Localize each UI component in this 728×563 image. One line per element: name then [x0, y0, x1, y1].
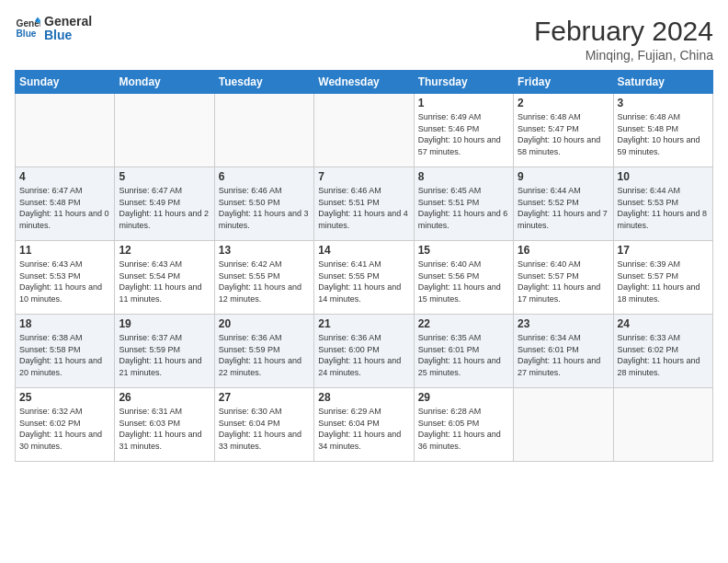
- day-number: 4: [19, 170, 110, 183]
- calendar-cell: 18Sunrise: 6:38 AM Sunset: 5:58 PM Dayli…: [16, 315, 115, 388]
- day-info: Sunrise: 6:28 AM Sunset: 6:05 PM Dayligh…: [418, 406, 509, 452]
- day-number: 10: [618, 170, 709, 183]
- calendar-cell: 16Sunrise: 6:40 AM Sunset: 5:57 PM Dayli…: [514, 241, 613, 315]
- week-row-0: 1Sunrise: 6:49 AM Sunset: 5:46 PM Daylig…: [16, 94, 713, 167]
- calendar-cell: 28Sunrise: 6:29 AM Sunset: 6:04 PM Dayli…: [314, 388, 414, 462]
- calendar-cell: 15Sunrise: 6:40 AM Sunset: 5:56 PM Dayli…: [414, 241, 513, 315]
- week-row-3: 18Sunrise: 6:38 AM Sunset: 5:58 PM Dayli…: [16, 315, 713, 388]
- calendar-cell: [16, 94, 115, 167]
- calendar-cell: [613, 388, 712, 462]
- calendar-cell: 17Sunrise: 6:39 AM Sunset: 5:57 PM Dayli…: [613, 241, 712, 315]
- day-number: 20: [219, 317, 310, 330]
- page: General Blue General Blue February 2024 …: [0, 0, 728, 563]
- day-info: Sunrise: 6:46 AM Sunset: 5:51 PM Dayligh…: [318, 185, 409, 231]
- calendar-cell: [514, 388, 613, 462]
- calendar-cell: 2Sunrise: 6:48 AM Sunset: 5:47 PM Daylig…: [514, 94, 613, 167]
- calendar-cell: 27Sunrise: 6:30 AM Sunset: 6:04 PM Dayli…: [214, 388, 313, 462]
- day-number: 23: [518, 317, 609, 330]
- day-info: Sunrise: 6:32 AM Sunset: 6:02 PM Dayligh…: [19, 406, 110, 452]
- calendar-cell: 1Sunrise: 6:49 AM Sunset: 5:46 PM Daylig…: [414, 94, 513, 167]
- calendar-cell: 29Sunrise: 6:28 AM Sunset: 6:05 PM Dayli…: [414, 388, 513, 462]
- week-row-1: 4Sunrise: 6:47 AM Sunset: 5:48 PM Daylig…: [16, 167, 713, 241]
- main-title: February 2024: [534, 15, 713, 48]
- calendar-cell: 26Sunrise: 6:31 AM Sunset: 6:03 PM Dayli…: [115, 388, 214, 462]
- calendar-cell: 13Sunrise: 6:42 AM Sunset: 5:55 PM Dayli…: [214, 241, 313, 315]
- calendar-cell: [115, 94, 214, 167]
- day-info: Sunrise: 6:39 AM Sunset: 5:57 PM Dayligh…: [618, 259, 709, 304]
- weekday-wednesday: Wednesday: [314, 71, 414, 94]
- day-number: 3: [618, 97, 709, 109]
- calendar-cell: 19Sunrise: 6:37 AM Sunset: 5:59 PM Dayli…: [115, 315, 214, 388]
- day-number: 11: [19, 244, 110, 257]
- calendar-cell: 20Sunrise: 6:36 AM Sunset: 5:59 PM Dayli…: [214, 315, 313, 388]
- logo: General Blue General Blue: [15, 15, 92, 43]
- day-number: 5: [119, 170, 210, 183]
- day-info: Sunrise: 6:43 AM Sunset: 5:53 PM Dayligh…: [19, 259, 110, 304]
- calendar-cell: 21Sunrise: 6:36 AM Sunset: 6:00 PM Dayli…: [314, 315, 414, 388]
- day-info: Sunrise: 6:35 AM Sunset: 6:01 PM Dayligh…: [418, 332, 509, 378]
- day-number: 26: [119, 391, 210, 404]
- logo-icon: General Blue: [15, 16, 40, 41]
- day-info: Sunrise: 6:44 AM Sunset: 5:52 PM Dayligh…: [518, 185, 609, 231]
- day-number: 1: [418, 97, 509, 109]
- day-info: Sunrise: 6:37 AM Sunset: 5:59 PM Dayligh…: [119, 332, 210, 378]
- day-info: Sunrise: 6:40 AM Sunset: 5:57 PM Dayligh…: [518, 259, 609, 304]
- day-number: 25: [19, 391, 110, 404]
- weekday-friday: Friday: [514, 71, 613, 94]
- calendar-cell: 24Sunrise: 6:33 AM Sunset: 6:02 PM Dayli…: [613, 315, 712, 388]
- calendar-cell: [214, 94, 313, 167]
- day-info: Sunrise: 6:34 AM Sunset: 6:01 PM Dayligh…: [518, 332, 609, 378]
- day-number: 27: [219, 391, 310, 404]
- day-number: 8: [418, 170, 509, 183]
- day-info: Sunrise: 6:42 AM Sunset: 5:55 PM Dayligh…: [219, 259, 310, 304]
- day-number: 14: [318, 244, 409, 257]
- calendar-cell: 10Sunrise: 6:44 AM Sunset: 5:53 PM Dayli…: [613, 167, 712, 241]
- calendar-cell: 8Sunrise: 6:45 AM Sunset: 5:51 PM Daylig…: [414, 167, 513, 241]
- day-number: 17: [618, 244, 709, 257]
- calendar-cell: 11Sunrise: 6:43 AM Sunset: 5:53 PM Dayli…: [16, 241, 115, 315]
- svg-text:Blue: Blue: [17, 29, 37, 39]
- day-number: 24: [618, 317, 709, 330]
- calendar-cell: 9Sunrise: 6:44 AM Sunset: 5:52 PM Daylig…: [514, 167, 613, 241]
- day-number: 29: [418, 391, 509, 404]
- day-info: Sunrise: 6:49 AM Sunset: 5:46 PM Dayligh…: [418, 111, 509, 157]
- logo-general: General: [44, 15, 92, 29]
- weekday-header-row: SundayMondayTuesdayWednesdayThursdayFrid…: [16, 71, 713, 94]
- day-info: Sunrise: 6:46 AM Sunset: 5:50 PM Dayligh…: [219, 185, 310, 231]
- week-row-4: 25Sunrise: 6:32 AM Sunset: 6:02 PM Dayli…: [16, 388, 713, 462]
- day-info: Sunrise: 6:31 AM Sunset: 6:03 PM Dayligh…: [119, 406, 210, 452]
- day-info: Sunrise: 6:44 AM Sunset: 5:53 PM Dayligh…: [618, 185, 709, 231]
- calendar-cell: 4Sunrise: 6:47 AM Sunset: 5:48 PM Daylig…: [16, 167, 115, 241]
- header: General Blue General Blue February 2024 …: [15, 15, 713, 63]
- day-number: 28: [318, 391, 409, 404]
- day-info: Sunrise: 6:38 AM Sunset: 5:58 PM Dayligh…: [19, 332, 110, 378]
- day-number: 18: [19, 317, 110, 330]
- day-number: 21: [318, 317, 409, 330]
- calendar-cell: 5Sunrise: 6:47 AM Sunset: 5:49 PM Daylig…: [115, 167, 214, 241]
- day-info: Sunrise: 6:29 AM Sunset: 6:04 PM Dayligh…: [318, 406, 409, 452]
- day-number: 15: [418, 244, 509, 257]
- day-number: 2: [518, 97, 609, 109]
- calendar-cell: 25Sunrise: 6:32 AM Sunset: 6:02 PM Dayli…: [16, 388, 115, 462]
- day-info: Sunrise: 6:36 AM Sunset: 6:00 PM Dayligh…: [318, 332, 409, 378]
- day-number: 9: [518, 170, 609, 183]
- calendar-cell: 6Sunrise: 6:46 AM Sunset: 5:50 PM Daylig…: [214, 167, 313, 241]
- calendar-cell: 22Sunrise: 6:35 AM Sunset: 6:01 PM Dayli…: [414, 315, 513, 388]
- day-info: Sunrise: 6:30 AM Sunset: 6:04 PM Dayligh…: [219, 406, 310, 452]
- weekday-thursday: Thursday: [414, 71, 513, 94]
- title-block: February 2024 Minqing, Fujian, China: [534, 15, 713, 63]
- day-info: Sunrise: 6:33 AM Sunset: 6:02 PM Dayligh…: [618, 332, 709, 378]
- week-row-2: 11Sunrise: 6:43 AM Sunset: 5:53 PM Dayli…: [16, 241, 713, 315]
- day-number: 7: [318, 170, 409, 183]
- day-number: 19: [119, 317, 210, 330]
- day-number: 6: [219, 170, 310, 183]
- calendar-cell: [314, 94, 414, 167]
- calendar-cell: 14Sunrise: 6:41 AM Sunset: 5:55 PM Dayli…: [314, 241, 414, 315]
- day-info: Sunrise: 6:47 AM Sunset: 5:49 PM Dayligh…: [119, 185, 210, 231]
- weekday-saturday: Saturday: [613, 71, 712, 94]
- day-number: 12: [119, 244, 210, 257]
- day-info: Sunrise: 6:36 AM Sunset: 5:59 PM Dayligh…: [219, 332, 310, 378]
- day-info: Sunrise: 6:48 AM Sunset: 5:47 PM Dayligh…: [518, 111, 609, 157]
- weekday-sunday: Sunday: [16, 71, 115, 94]
- day-number: 22: [418, 317, 509, 330]
